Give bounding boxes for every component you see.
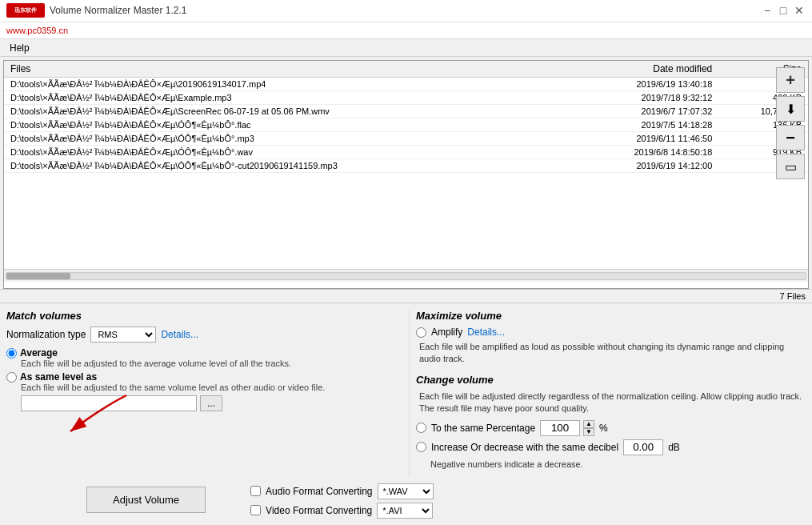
maximize-title: Maximize volume — [416, 310, 806, 322]
change-volume-title: Change volume — [416, 374, 806, 386]
table-row[interactable]: D:\tools\×ÃÃæ\ÐÂ½² Ï¼b¼ÐÀ\ÐÂÊÔ×Æµ\ÓÔ¶«Êµ… — [4, 146, 808, 159]
file-date: 2019/6/8 14:8:50:18 — [567, 146, 718, 159]
table-row[interactable]: D:\tools\×ÃÃæ\ÐÂ½² Ï¼b¼ÐÀ\ÐÂÊÔ×Æµ\Exampl… — [4, 91, 808, 105]
same-level-desc: Each file will be adjusted to the same v… — [21, 383, 396, 392]
files-scroll[interactable]: Files Date modified Size D:\tools\×ÃÃæ\Ð… — [4, 61, 808, 269]
amplify-desc: Each file will be amplified as loud as p… — [419, 341, 806, 366]
increase-row: Increase Or decrease with the same decib… — [416, 439, 806, 455]
amplify-row: Amplify Details... — [416, 327, 806, 338]
same-level-radio-label[interactable]: As same level as — [6, 371, 396, 383]
watermark-text: www.pc0359.cn — [6, 26, 68, 35]
file-date: 2019/6/19 13:40:18 — [567, 78, 718, 91]
maximize-section: Maximize volume Amplify Details... Each … — [416, 310, 806, 366]
amplify-label: Amplify — [431, 327, 462, 338]
video-format-select[interactable]: *.AVI *.MP4 *.MOV *.WMV *.MKV — [377, 503, 433, 519]
percent-sign: % — [599, 423, 608, 434]
table-row[interactable]: D:\tools\×ÃÃæ\ÐÂ½² Ï¼b¼ÐÀ\ÐÂÊÔ×Æµ\201906… — [4, 78, 808, 91]
same-level-radio-group: As same level as Each file will be adjus… — [6, 371, 396, 439]
bottom-bar: Adjust Volume Audio Format Converting *.… — [0, 480, 812, 525]
app-title: Volume Normalizer Master 1.2.1 — [50, 5, 186, 16]
clear-button[interactable]: ▭ — [776, 154, 805, 179]
percent-input[interactable] — [540, 420, 580, 436]
norm-type-row: Normalization type RMS Peak EBU R128 Det… — [6, 327, 396, 343]
right-panel: Maximize volume Amplify Details... Each … — [409, 310, 806, 477]
app-logo: 迅东软件 — [6, 3, 45, 18]
average-desc: Each file will be adjusted to the averag… — [21, 359, 396, 368]
file-input-row: ... — [21, 395, 396, 411]
file-path: D:\tools\×ÃÃæ\ÐÂ½² Ï¼b¼ÐÀ\ÐÂÊÔ×Æµ\Screen… — [4, 105, 567, 118]
remove-button[interactable]: − — [776, 125, 805, 150]
file-count: 7 Files — [780, 291, 806, 301]
file-path: D:\tools\×ÃÃæ\ÐÂ½² Ï¼b¼ÐÀ\ÐÂÊÔ×Æµ\ÓÔ¶«Êµ… — [4, 132, 567, 146]
browse-button[interactable]: ... — [200, 395, 222, 411]
file-count-bar: 7 Files — [0, 289, 812, 303]
norm-type-label: Normalization type — [6, 329, 86, 340]
col-date: Date modified — [567, 61, 718, 78]
amplify-radio[interactable] — [416, 327, 426, 338]
menu-help[interactable]: Help — [3, 41, 36, 55]
match-volumes-title: Match volumes — [6, 310, 396, 322]
video-format-checkbox[interactable] — [250, 505, 261, 515]
table-row[interactable]: D:\tools\×ÃÃæ\ÐÂ½² Ï¼b¼ÐÀ\ÐÂÊÔ×Æµ\Screen… — [4, 105, 808, 118]
percent-up-button[interactable]: ▲ — [583, 420, 594, 428]
same-level-label-text: As same level as — [20, 371, 97, 383]
bottom-panels: Match volumes Normalization type RMS Pea… — [0, 303, 812, 480]
file-path: D:\tools\×ÃÃæ\ÐÂ½² Ï¼b¼ÐÀ\ÐÂÊÔ×Æµ\Exampl… — [4, 91, 567, 105]
db-label: dB — [668, 442, 680, 453]
average-radio-label[interactable]: Average — [6, 347, 396, 359]
titlebar: 迅东软件 Volume Normalizer Master 1.2.1 − □ … — [0, 0, 812, 22]
file-path: D:\tools\×ÃÃæ\ÐÂ½² Ï¼b¼ÐÀ\ÐÂÊÔ×Æµ\201906… — [4, 78, 567, 91]
file-date: 2019/7/18 9:32:12 — [567, 91, 718, 105]
table-row[interactable]: D:\tools\×ÃÃæ\ÐÂ½² Ï¼b¼ÐÀ\ÐÂÊÔ×Æµ\ÓÔ¶«Êµ… — [4, 132, 808, 146]
video-convert-row: Video Format Converting *.AVI *.MP4 *.MO… — [250, 503, 433, 519]
files-table: Files Date modified Size D:\tools\×ÃÃæ\Ð… — [4, 61, 808, 173]
percent-input-row: ▲ ▼ — [540, 420, 594, 436]
change-section: Change volume Each file will be adjusted… — [416, 374, 806, 471]
audio-format-label: Audio Format Converting — [266, 486, 372, 497]
scrollbar-thumb — [6, 273, 70, 279]
minimize-button[interactable]: − — [761, 4, 774, 17]
add-files-button[interactable]: + — [776, 67, 805, 93]
same-percent-row: To the same Percentage ▲ ▼ % — [416, 420, 806, 436]
audio-format-checkbox[interactable] — [250, 486, 261, 496]
close-button[interactable]: ✕ — [793, 4, 806, 17]
file-path: D:\tools\×ÃÃæ\ÐÂ½² Ï¼b¼ÐÀ\ÐÂÊÔ×Æµ\ÓÔ¶«Êµ… — [4, 146, 567, 159]
same-percent-label: To the same Percentage — [431, 423, 535, 434]
convert-options: Audio Format Converting *.WAV *.MP3 *.FL… — [250, 483, 433, 519]
file-path: D:\tools\×ÃÃæ\ÐÂ½² Ï¼b¼ÐÀ\ÐÂÊÔ×Æµ\ÓÔ¶«Êµ… — [4, 159, 567, 173]
file-path: D:\tools\×ÃÃæ\ÐÂ½² Ï¼b¼ÐÀ\ÐÂÊÔ×Æµ\ÓÔ¶«Êµ… — [4, 118, 567, 132]
video-format-label: Video Format Converting — [266, 505, 372, 516]
audio-format-select[interactable]: *.WAV *.MP3 *.FLAC *.AAC *.OGG — [378, 483, 434, 499]
window-controls: − □ ✕ — [761, 4, 806, 17]
file-date: 2019/6/11 11:46:50 — [567, 132, 718, 146]
scrollbar-track — [6, 272, 806, 280]
file-date: 2019/6/19 14:12:00 — [567, 159, 718, 173]
horizontal-scrollbar[interactable] — [4, 269, 808, 282]
maximize-button[interactable]: □ — [777, 4, 790, 17]
amplify-details-link[interactable]: Details... — [467, 327, 505, 338]
average-label-text: Average — [20, 347, 58, 359]
reference-file-input[interactable] — [21, 395, 197, 411]
audio-convert-row: Audio Format Converting *.WAV *.MP3 *.FL… — [250, 483, 433, 499]
files-area: Files Date modified Size D:\tools\×ÃÃæ\Ð… — [3, 60, 809, 289]
percent-down-button[interactable]: ▼ — [583, 428, 594, 436]
percent-spinner: ▲ ▼ — [583, 420, 594, 436]
left-panel: Match volumes Normalization type RMS Pea… — [6, 310, 409, 477]
average-radio[interactable] — [6, 348, 17, 359]
import-button[interactable]: ⬇ — [776, 96, 805, 122]
increase-label: Increase Or decrease with the same decib… — [431, 442, 618, 453]
table-row[interactable]: D:\tools\×ÃÃæ\ÐÂ½² Ï¼b¼ÐÀ\ÐÂÊÔ×Æµ\ÓÔ¶«Êµ… — [4, 118, 808, 132]
norm-type-select[interactable]: RMS Peak EBU R128 — [90, 327, 156, 343]
increase-radio[interactable] — [416, 442, 426, 452]
adjust-volume-button[interactable]: Adjust Volume — [86, 487, 206, 513]
norm-details-link[interactable]: Details... — [161, 329, 198, 340]
file-date: 2019/6/7 17:07:32 — [567, 105, 718, 118]
average-radio-group: Average Each file will be adjusted to th… — [6, 347, 396, 368]
decibel-input[interactable] — [623, 439, 663, 455]
table-row[interactable]: D:\tools\×ÃÃæ\ÐÂ½² Ï¼b¼ÐÀ\ÐÂÊÔ×Æµ\ÓÔ¶«Êµ… — [4, 159, 808, 173]
same-level-radio[interactable] — [6, 372, 17, 383]
watermark-bar: www.pc0359.cn — [0, 22, 812, 40]
same-percent-radio[interactable] — [416, 423, 426, 433]
file-date: 2019/7/5 14:18:28 — [567, 118, 718, 132]
side-buttons: + ⬇ − ▭ — [773, 64, 808, 182]
